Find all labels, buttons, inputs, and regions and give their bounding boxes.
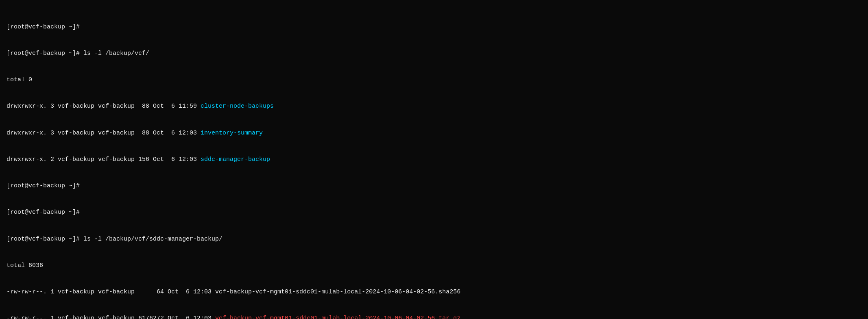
dir-cluster-node-backups: cluster-node-backups	[201, 103, 274, 110]
line-2: [root@vcf-backup ~]# ls -l /backup/vcf/	[7, 49, 861, 58]
text-4a: drwxrwxr-x. 3 vcf-backup vcf-backup 88 O…	[7, 103, 201, 110]
line-1: [root@vcf-backup ~]#	[7, 23, 861, 32]
text-6a: drwxrwxr-x. 2 vcf-backup vcf-backup 156 …	[7, 156, 201, 163]
line-11: -rw-rw-r--. 1 vcf-backup vcf-backup 64 O…	[7, 288, 861, 297]
file-tar-gz: vcf-backup-vcf-mgmt01-sddc01-mulab-local…	[215, 315, 460, 319]
text-3: total 0	[7, 76, 32, 83]
dir-inventory-summary: inventory-summary	[201, 130, 263, 137]
line-10: total 6036	[7, 261, 861, 270]
line-4: drwxrwxr-x. 3 vcf-backup vcf-backup 88 O…	[7, 102, 861, 111]
text-5a: drwxrwxr-x. 3 vcf-backup vcf-backup 88 O…	[7, 130, 201, 137]
dir-sddc-manager-backup: sddc-manager-backup	[201, 156, 270, 163]
line-3: total 0	[7, 76, 861, 85]
prompt-8: [root@vcf-backup ~]#	[7, 209, 80, 216]
prompt-7: [root@vcf-backup ~]#	[7, 182, 80, 189]
prompt-9: [root@vcf-backup ~]# ls -l /backup/vcf/s…	[7, 236, 222, 243]
text-11: -rw-rw-r--. 1 vcf-backup vcf-backup 64 O…	[7, 289, 460, 295]
line-6: drwxrwxr-x. 2 vcf-backup vcf-backup 156 …	[7, 155, 861, 164]
line-8: [root@vcf-backup ~]#	[7, 208, 861, 217]
prompt-1: [root@vcf-backup ~]#	[7, 24, 80, 30]
line-12: -rw-rw-r--. 1 vcf-backup vcf-backup 6176…	[7, 314, 861, 319]
prompt-2: [root@vcf-backup ~]# ls -l /backup/vcf/	[7, 50, 149, 57]
text-12a: -rw-rw-r--. 1 vcf-backup vcf-backup 6176…	[7, 315, 215, 319]
line-7: [root@vcf-backup ~]#	[7, 182, 861, 191]
line-9: [root@vcf-backup ~]# ls -l /backup/vcf/s…	[7, 235, 861, 244]
terminal-window: [root@vcf-backup ~]# [root@vcf-backup ~]…	[7, 5, 861, 319]
line-5: drwxrwxr-x. 3 vcf-backup vcf-backup 88 O…	[7, 129, 861, 138]
text-10: total 6036	[7, 262, 43, 269]
